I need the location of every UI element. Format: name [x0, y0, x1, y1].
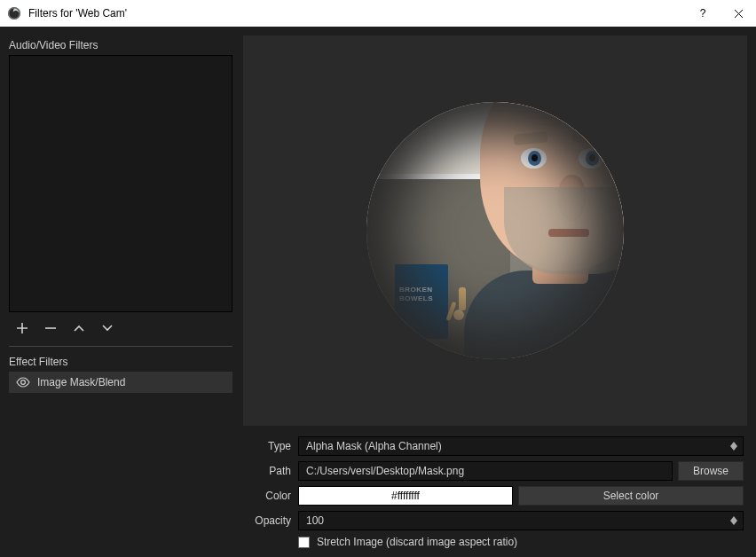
divider — [9, 346, 232, 347]
effect-filters-label: Effect Filters — [9, 352, 232, 372]
opacity-label: Opacity — [243, 514, 291, 527]
filter-properties-form: Type Alpha Mask (Alpha Channel) Path C:/… — [243, 436, 747, 548]
person — [444, 102, 624, 359]
opacity-spinbox[interactable]: 100 — [298, 511, 744, 530]
effect-filter-item[interactable]: Image Mask/Blend — [9, 372, 232, 393]
book-prop: BROKEN BOWELS — [395, 264, 448, 339]
dialog-body: Audio/Video Filters Effect Filters — [0, 27, 756, 557]
add-filter-button[interactable] — [14, 320, 30, 336]
remove-filter-button[interactable] — [43, 320, 59, 336]
type-value: Alpha Mask (Alpha Channel) — [306, 440, 442, 452]
move-filter-up-button[interactable] — [71, 320, 87, 336]
color-value: #ffffffff — [391, 490, 420, 502]
path-input[interactable]: C:/Users/versl/Desktop/Mask.png — [298, 461, 673, 481]
filter-preview: BROKEN BOWELS — [243, 35, 747, 426]
color-label: Color — [243, 490, 291, 502]
path-value: C:/Users/versl/Desktop/Mask.png — [306, 465, 464, 477]
svg-point-3 — [21, 380, 26, 385]
titlebar: Filters for 'Web Cam' ? — [0, 0, 756, 27]
filters-sidebar: Audio/Video Filters Effect Filters — [9, 35, 232, 548]
stretch-image-label: Stretch Image (discard image aspect rati… — [317, 536, 517, 548]
help-button[interactable]: ? — [685, 0, 721, 27]
filters-dialog: Filters for 'Web Cam' ? Audio/Video Filt… — [0, 0, 756, 557]
type-label: Type — [243, 440, 291, 452]
effect-filters-list[interactable]: Image Mask/Blend — [9, 372, 232, 393]
color-swatch[interactable]: #ffffffff — [298, 486, 513, 506]
rubiks-cube-prop — [467, 326, 492, 351]
mannequin-prop — [449, 287, 476, 344]
opacity-value: 100 — [306, 514, 324, 527]
filters-toolbar — [9, 316, 232, 341]
audio-video-filters-label: Audio/Video Filters — [9, 35, 232, 55]
browse-button[interactable]: Browse — [678, 461, 744, 481]
audio-video-filters-list[interactable] — [9, 55, 232, 312]
visibility-toggle-icon[interactable] — [16, 375, 30, 389]
type-dropdown[interactable]: Alpha Mask (Alpha Channel) — [298, 436, 744, 456]
dropdown-spinner-icon[interactable] — [727, 438, 741, 454]
obs-logo-icon — [7, 6, 21, 20]
close-button[interactable] — [721, 0, 756, 27]
webcam-image: BROKEN BOWELS — [366, 102, 624, 359]
window-title: Filters for 'Web Cam' — [28, 7, 685, 20]
select-color-button[interactable]: Select color — [518, 486, 744, 506]
stretch-image-checkbox[interactable] — [298, 537, 310, 548]
effect-filter-name: Image Mask/Blend — [37, 376, 125, 388]
move-filter-down-button[interactable] — [99, 320, 115, 336]
svg-text:?: ? — [700, 8, 706, 19]
filter-details: BROKEN BOWELS — [243, 35, 747, 548]
path-label: Path — [243, 465, 291, 477]
spinbox-buttons-icon[interactable] — [727, 513, 741, 529]
